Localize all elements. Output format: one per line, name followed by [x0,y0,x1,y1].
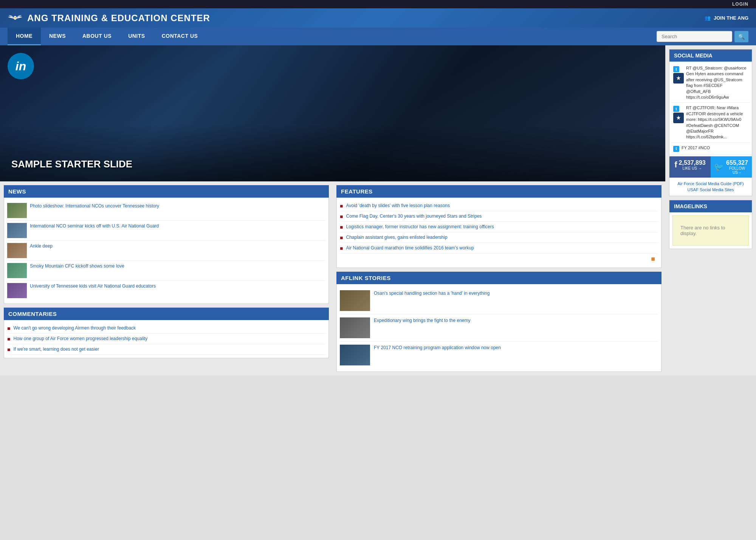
imagelinks-header: IMAGELINKS [669,200,752,212]
news-link[interactable]: Smoky Mountain CFC kickoff shows some lo… [30,263,124,269]
linkedin-button[interactable]: in [8,53,34,79]
main-nav: HOME NEWS ABOUT US UNITS CONTACT US 🔍 [0,28,756,45]
twitter-count-block[interactable]: 🐦 655,327 FOLLOW US→ [711,156,752,178]
aflink-link[interactable]: FY 2017 NCO retraining program applicati… [374,345,501,351]
news-link[interactable]: Photo slideshow: International NCOs unco… [30,203,159,209]
join-ang-button[interactable]: 👥 JOIN THE ANG [705,15,748,21]
news-item: Ankle deep [7,241,325,261]
bullet-icon: ■ [340,214,343,220]
twitter-icon: t [673,146,679,152]
commentary-link[interactable]: How one group of Air Force women progres… [13,336,147,342]
tweet-text: FY 2017 #NCO [682,145,710,151]
hero-slideshow: in SAMPLE STARTER SLIDE [0,45,665,181]
imagelinks-section: IMAGELINKS There are no links to display… [669,200,752,249]
search-icon: 🔍 [738,34,745,40]
nav-item-about[interactable]: ABOUT US [74,28,120,45]
commentaries-section-body: ■ We can't go wrong developing Airmen th… [4,320,329,358]
linkedin-icon: in [15,59,26,73]
commentary-item: ■ If we're smart, learning does not get … [7,344,325,355]
site-title: ANG TRAINING & EDUCATION CENTER [27,13,210,23]
af-emblem [673,73,684,84]
news-item: International NCO seminar kicks off with… [7,221,325,241]
social-media-section: SOCIAL MEDIA t RT @US_Stratcom: @usairfo… [669,49,752,196]
aflink-item: FY 2017 NCO retraining program applicati… [340,342,658,368]
feature-link[interactable]: Air National Guard marathon time solidif… [346,245,474,251]
twitter-count: 655,327 [725,159,749,166]
nav-item-units[interactable]: UNITS [120,28,153,45]
twitter-icon: t [673,106,679,112]
tweet-feed[interactable]: t RT @US_Stratcom: @usairforce Gen Hyten… [669,62,752,156]
features-section-header: FEATURES [336,185,662,198]
tweet-item: t RT @US_Stratcom: @usairforce Gen Hyten… [671,63,750,103]
commentary-link[interactable]: If we're smart, learning does not get ea… [13,346,99,353]
commentary-link[interactable]: We can't go wrong developing Airmen thro… [13,325,136,331]
feature-link[interactable]: Chaplain assistant gives, gains enlisted… [346,234,447,241]
aflink-thumbnail [340,345,370,365]
twitter-bird-icon: 🐦 [714,162,724,172]
news-link[interactable]: University of Tennessee kids visit Air N… [30,283,156,289]
features-section-body: ■ Avoid 'death by slides' with five less… [336,198,662,268]
slide-caption: SAMPLE STARTER SLIDE [11,158,132,170]
imagelinks-body: There are no links to display. [672,215,749,246]
news-thumbnail [7,203,27,218]
login-link[interactable]: LOGIN [732,2,748,7]
content-columns: NEWS Photo slideshow: International NCOs… [0,181,665,376]
news-item: Smoky Mountain CFC kickoff shows some lo… [7,261,325,281]
aflink-thumbnail [340,317,370,338]
social-links: Air Force Social Media Guide (PDF) USAF … [669,178,752,196]
imagelinks-empty-text: There are no links to display. [680,225,741,236]
feature-link[interactable]: Avoid 'death by slides' with five lesson… [346,203,450,209]
bullet-icon: ■ [340,224,343,230]
aflink-item: Expeditionary wing brings the fight to t… [340,314,658,342]
header-left: ANG TRAINING & EDUCATION CENTER [8,11,210,25]
social-counts: f 2,537,893 LIKE US → 🐦 655,327 FOLLOW U… [669,156,752,178]
feature-item: ■ Come Flag Day, Center's 30 years with … [340,211,658,222]
nav-item-news[interactable]: NEWS [41,28,74,45]
facebook-count: 2,537,893 [679,159,706,166]
tweet-item: t RT @CJTFOIR: Near #Mara #CJTFOIR destr… [671,103,750,142]
aflink-link[interactable]: Expeditionary wing brings the fight to t… [374,317,470,324]
twitter-follow-label: FOLLOW US→ [725,166,749,175]
news-item: Photo slideshow: International NCOs unco… [7,201,325,221]
feature-link[interactable]: Logistics manager, former instructor has… [346,224,494,230]
af-wings-logo [8,11,23,25]
feature-item: ■ Chaplain assistant gives, gains enlist… [340,232,658,243]
sidebar: SOCIAL MEDIA t RT @US_Stratcom: @usairfo… [665,45,756,376]
facebook-count-block[interactable]: f 2,537,893 LIKE US → [669,156,711,178]
top-bar: LOGIN [0,0,756,8]
aflink-item: Osan's special handling section has a 'h… [340,287,658,314]
hero-silhouette [0,125,665,181]
af-emblem [673,113,684,123]
facebook-like-label: LIKE US → [679,166,706,170]
left-column: NEWS Photo slideshow: International NCOs… [0,181,333,376]
search-area: 🔍 [657,31,748,42]
news-section-header: NEWS [4,185,329,198]
search-button[interactable]: 🔍 [734,31,748,42]
commentary-item: ■ How one group of Air Force women progr… [7,334,325,344]
commentary-item: ■ We can't go wrong developing Airmen th… [7,323,325,334]
feature-item: ■ Logistics manager, former instructor h… [340,222,658,232]
nav-item-home[interactable]: HOME [8,28,41,45]
news-link[interactable]: Ankle deep [30,243,53,249]
aflink-link[interactable]: Osan's special handling section has a 'h… [374,290,490,297]
search-input[interactable] [657,31,732,42]
bullet-icon: ■ [7,336,10,342]
nav-item-contact[interactable]: CONTACT US [153,28,206,45]
social-media-header: SOCIAL MEDIA [669,50,752,62]
feature-item: ■ Air National Guard marathon time solid… [340,243,658,254]
tweet-text: RT @US_Stratcom: @usairforce Gen Hyten a… [686,65,748,100]
usaf-social-media-sites-link[interactable]: USAF Social Media Sites [672,187,749,193]
news-link[interactable]: International NCO seminar kicks off with… [30,223,159,229]
header: ANG TRAINING & EDUCATION CENTER 👥 JOIN T… [0,8,756,28]
af-social-media-guide-link[interactable]: Air Force Social Media Guide (PDF) [672,181,749,187]
news-thumbnail [7,263,27,278]
rss-icon[interactable]: ■ [340,254,658,265]
people-icon: 👥 [705,15,711,21]
news-section-body: Photo slideshow: International NCOs unco… [4,198,329,304]
news-thumbnail [7,243,27,258]
feature-item: ■ Avoid 'death by slides' with five less… [340,201,658,211]
feature-link[interactable]: Come Flag Day, Center's 30 years with jo… [346,213,482,220]
content-area: in SAMPLE STARTER SLIDE NEWS Photo slide… [0,45,665,376]
nav-links: HOME NEWS ABOUT US UNITS CONTACT US [8,28,206,45]
bullet-icon: ■ [7,325,10,331]
